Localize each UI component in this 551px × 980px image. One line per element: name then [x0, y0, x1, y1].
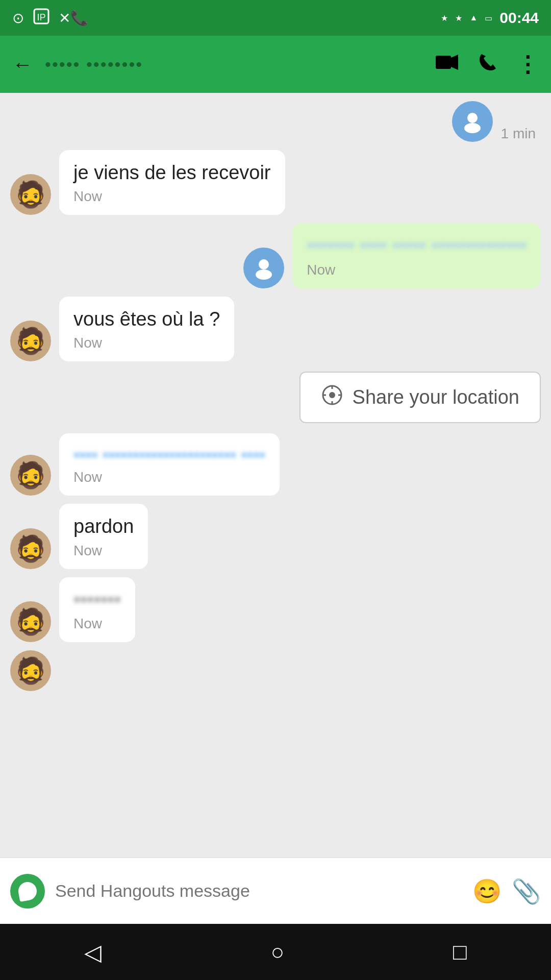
- sender-avatar: 🧔: [10, 174, 51, 215]
- share-location-row: Share your location: [10, 372, 541, 423]
- message-text: pardon: [73, 516, 134, 537]
- message-text: vous êtes où la ?: [73, 308, 220, 330]
- svg-point-6: [259, 259, 269, 270]
- message-row: 🧔 •••• •••••••••••••••••••••• •••• Now: [10, 433, 541, 496]
- nav-bar: ◁ ○ □: [0, 924, 551, 980]
- bubble-container: vous êtes où la ? Now: [59, 297, 234, 361]
- message-text: •••••••: [73, 589, 121, 610]
- bubble-container: •••• •••••••••••••••••••••• •••• Now: [59, 433, 280, 496]
- message-bubble: vous êtes où la ? Now: [59, 297, 234, 361]
- message-bubble: je viens de les recevoir Now: [59, 150, 285, 215]
- svg-point-9: [329, 392, 335, 398]
- message-row: 🧔 pardon Now: [10, 504, 541, 569]
- more-vert-icon[interactable]: ⋮: [516, 53, 539, 76]
- attach-button[interactable]: 📎: [512, 877, 541, 905]
- share-location-button[interactable]: Share your location: [299, 372, 541, 423]
- message-time: Now: [73, 335, 220, 351]
- bubble-container: je viens de les recevoir Now: [59, 150, 285, 215]
- svg-point-4: [467, 113, 478, 123]
- app-bar: ← ••••• •••••••• ⋮: [0, 36, 551, 93]
- message-time: Now: [73, 188, 271, 205]
- emoji-button[interactable]: 😊: [472, 877, 502, 905]
- sender-avatar: 🧔: [10, 650, 51, 691]
- message-row: 🧔 je viens de les recevoir Now: [10, 150, 541, 215]
- message-time: Now: [73, 469, 265, 485]
- message-time-above: 1 min: [501, 126, 541, 142]
- message-time: Now: [73, 616, 121, 632]
- location-icon: [321, 384, 343, 411]
- app-bar-actions: ⋮: [435, 52, 539, 77]
- home-nav-button[interactable]: ○: [270, 939, 284, 965]
- svg-marker-3: [451, 55, 458, 70]
- status-left-icons: ⊙ IP ✕📞: [12, 7, 88, 29]
- battery-icon: ▭: [485, 13, 492, 23]
- status-bar: ⊙ IP ✕📞 ★ ★ ▲ ▭ 00:44: [0, 0, 551, 36]
- star-icon: ★: [455, 13, 462, 23]
- sender-avatar: 🧔: [10, 455, 51, 496]
- sender-avatar: 🧔: [10, 528, 51, 569]
- bluetooth-icon: ★: [441, 13, 448, 23]
- message-input[interactable]: [55, 881, 462, 901]
- phone-icon[interactable]: [478, 52, 498, 77]
- hangouts-icon: [10, 874, 45, 909]
- message-row: 🧔 ••••••• Now: [10, 577, 541, 642]
- back-button[interactable]: ←: [12, 53, 33, 76]
- status-time: 00:44: [499, 9, 539, 27]
- spotify-icon: ⊙: [12, 10, 24, 27]
- signal-icon: ▲: [469, 13, 478, 22]
- call-icon: ✕📞: [59, 10, 88, 27]
- input-bar: 😊 📎: [0, 857, 551, 924]
- svg-text:IP: IP: [37, 12, 45, 22]
- chat-area[interactable]: 1 min 🧔 je viens de les recevoir Now •••…: [0, 93, 551, 857]
- share-location-label: Share your location: [353, 386, 519, 408]
- outgoing-avatar: [452, 101, 493, 142]
- voip-icon: IP: [32, 7, 51, 29]
- message-bubble: •••• •••••••••••••••••••••• •••• Now: [59, 433, 280, 496]
- svg-point-7: [256, 270, 272, 280]
- recent-nav-button[interactable]: □: [453, 939, 467, 965]
- sender-avatar: 🧔: [10, 321, 51, 361]
- sender-avatar: 🧔: [10, 601, 51, 642]
- message-bubble: ••••••• •••• ••••• •••••••••••••• Now: [292, 223, 541, 288]
- message-time: Now: [307, 262, 527, 278]
- message-bubble: ••••••• Now: [59, 577, 135, 642]
- back-nav-button[interactable]: ◁: [84, 939, 102, 965]
- status-right-icons: ★ ★ ▲ ▭ 00:44: [441, 9, 539, 27]
- bubble-container: ••••••• •••• ••••• •••••••••••••• Now: [292, 223, 541, 288]
- message-row: 1 min: [10, 101, 541, 142]
- message-row: 🧔 vous êtes où la ? Now: [10, 297, 541, 361]
- svg-rect-2: [436, 56, 451, 69]
- message-text: je viens de les recevoir: [73, 162, 271, 183]
- message-text: ••••••• •••• ••••• ••••••••••••••: [307, 235, 527, 256]
- message-row: ••••••• •••• ••••• •••••••••••••• Now: [10, 223, 541, 288]
- bubble-container: pardon Now: [59, 504, 148, 569]
- video-call-icon[interactable]: [435, 53, 459, 77]
- message-text: •••• •••••••••••••••••••••• ••••: [73, 445, 265, 464]
- message-row: 🧔: [10, 650, 541, 691]
- contact-name: ••••• ••••••••: [45, 55, 422, 75]
- bubble-container: ••••••• Now: [59, 577, 135, 642]
- bubble-container: 1 min: [501, 126, 541, 142]
- outgoing-avatar: [243, 248, 284, 288]
- svg-point-5: [464, 123, 481, 133]
- message-bubble: pardon Now: [59, 504, 148, 569]
- message-time: Now: [73, 543, 134, 559]
